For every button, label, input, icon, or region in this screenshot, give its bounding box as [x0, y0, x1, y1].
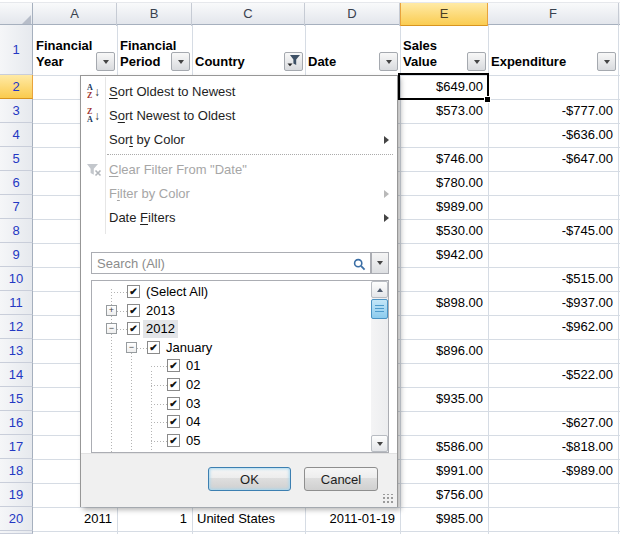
cell-F5[interactable]: -$647.00	[488, 147, 618, 171]
cell-E8[interactable]: $530.00	[400, 219, 488, 243]
menu-item-sort-by-color[interactable]: Sort by Color	[81, 128, 397, 152]
filter-button-C[interactable]	[284, 52, 303, 71]
cell-E15[interactable]: $935.00	[400, 387, 488, 411]
checkbox-05[interactable]: ✔	[167, 434, 180, 447]
filter-button-B[interactable]	[171, 52, 190, 71]
select-all-corner[interactable]	[0, 3, 33, 25]
tree-item-clipped[interactable]: ✔	[92, 450, 371, 452]
cell-E13[interactable]: $896.00	[400, 339, 488, 363]
cell-F3[interactable]: -$777.00	[488, 99, 618, 123]
tree-item-04[interactable]: ✔04	[92, 413, 371, 431]
cell-C20[interactable]: United States	[192, 507, 305, 531]
cell-F11[interactable]: -$937.00	[488, 291, 618, 315]
checkbox-03[interactable]: ✔	[167, 397, 180, 410]
checkbox-02[interactable]: ✔	[167, 378, 180, 391]
row-header-6[interactable]: 6	[0, 171, 33, 195]
cell-E5[interactable]: $746.00	[400, 147, 488, 171]
cell-E11[interactable]: $898.00	[400, 291, 488, 315]
header-cell-financial-year[interactable]: Financial Year	[33, 25, 117, 75]
header-cell-expenditure[interactable]: Expenditure	[488, 25, 618, 75]
row-header-14[interactable]: 14	[0, 363, 33, 387]
checkbox-04[interactable]: ✔	[167, 415, 180, 428]
column-header-B[interactable]: B	[117, 3, 192, 26]
header-cell-country[interactable]: Country	[192, 25, 305, 75]
row-header-1[interactable]: 1	[0, 25, 33, 75]
search-input[interactable]	[92, 253, 370, 273]
scrollbar-up-button[interactable]	[371, 281, 388, 298]
row-header-8[interactable]: 8	[0, 219, 33, 243]
tree-scrollbar[interactable]	[371, 281, 388, 452]
cell-F10[interactable]: -$515.00	[488, 267, 618, 291]
checkbox-2013[interactable]: ✔	[127, 304, 140, 317]
cell-F12[interactable]: -$962.00	[488, 315, 618, 339]
filter-button-E[interactable]	[467, 52, 486, 71]
column-header-C[interactable]: C	[192, 3, 305, 26]
tree-item-05[interactable]: ✔05	[92, 432, 371, 450]
cell-F4[interactable]: -$636.00	[488, 123, 618, 147]
row-header-19[interactable]: 19	[0, 483, 33, 507]
ok-button[interactable]: OK	[208, 467, 291, 491]
row-header-17[interactable]: 17	[0, 435, 33, 459]
filter-button-F[interactable]	[597, 52, 616, 71]
checkbox-select-all[interactable]: ✔	[127, 285, 140, 298]
row-header-2[interactable]: 2	[0, 75, 33, 99]
cell-F14[interactable]: -$522.00	[488, 363, 618, 387]
row-header-20[interactable]: 20	[0, 507, 33, 531]
search-dropdown-button[interactable]	[371, 252, 389, 274]
row-header-3[interactable]: 3	[0, 99, 33, 123]
cell-E17[interactable]: $586.00	[400, 435, 488, 459]
cell-F8[interactable]: -$745.00	[488, 219, 618, 243]
tree-item-01[interactable]: ✔01	[92, 357, 371, 375]
cell-E19[interactable]: $756.00	[400, 483, 488, 507]
cell-E20[interactable]: $985.00	[400, 507, 488, 531]
filter-button-D[interactable]	[379, 52, 398, 71]
row-header-5[interactable]: 5	[0, 147, 33, 171]
checkbox-01[interactable]: ✔	[167, 359, 180, 372]
cell-B20[interactable]: 1	[117, 507, 192, 531]
fill-handle[interactable]	[484, 96, 491, 103]
menu-item-sort-oldest-to-newest[interactable]: AZ↓Sort Oldest to Newest	[81, 80, 397, 104]
cell-E6[interactable]: $780.00	[400, 171, 488, 195]
column-header-F[interactable]: F	[488, 3, 619, 26]
cell-F16[interactable]: -$627.00	[488, 411, 618, 435]
cell-E18[interactable]: $991.00	[400, 459, 488, 483]
tree-item-january[interactable]: −✔January	[92, 339, 371, 357]
row-header-4[interactable]: 4	[0, 123, 33, 147]
resize-grip[interactable]	[382, 494, 394, 504]
cell-E9[interactable]: $942.00	[400, 243, 488, 267]
filter-button-A[interactable]	[96, 52, 115, 71]
tree-item-select-all[interactable]: ✔(Select All)	[92, 283, 371, 301]
cell-D20[interactable]: 2011-01-19	[305, 507, 400, 531]
row-header-10[interactable]: 10	[0, 267, 33, 291]
cell-F17[interactable]: -$818.00	[488, 435, 618, 459]
row-header-18[interactable]: 18	[0, 459, 33, 483]
cell-F18[interactable]: -$989.00	[488, 459, 618, 483]
tree-item-03[interactable]: ✔03	[92, 395, 371, 413]
tree-item-2013[interactable]: +✔2013	[92, 302, 371, 320]
checkbox-january[interactable]: ✔	[147, 341, 160, 354]
expander-2012[interactable]: −	[106, 323, 117, 334]
row-header-11[interactable]: 11	[0, 291, 33, 315]
expander-2013[interactable]: +	[106, 305, 117, 316]
tree-item-2012[interactable]: −✔2012	[92, 320, 371, 338]
checkbox-2012[interactable]: ✔	[127, 322, 140, 335]
menu-item-date-filters[interactable]: Date Filters	[81, 206, 397, 230]
scrollbar-down-button[interactable]	[371, 435, 388, 452]
column-header-A[interactable]: A	[33, 3, 117, 26]
header-cell-date[interactable]: Date	[305, 25, 400, 75]
column-header-D[interactable]: D	[305, 3, 400, 26]
column-header-E[interactable]: E	[400, 3, 488, 26]
cancel-button[interactable]: Cancel	[304, 467, 378, 491]
expander-january[interactable]: −	[126, 342, 137, 353]
menu-item-sort-newest-to-oldest[interactable]: ZA↓Sort Newest to Oldest	[81, 104, 397, 128]
row-header-13[interactable]: 13	[0, 339, 33, 363]
row-header-9[interactable]: 9	[0, 243, 33, 267]
cell-E3[interactable]: $573.00	[400, 99, 488, 123]
row-header-15[interactable]: 15	[0, 387, 33, 411]
scrollbar-thumb[interactable]	[371, 299, 388, 319]
header-cell-sales-value[interactable]: Sales Value	[400, 25, 488, 75]
cell-E7[interactable]: $989.00	[400, 195, 488, 219]
tree-item-02[interactable]: ✔02	[92, 376, 371, 394]
row-header-7[interactable]: 7	[0, 195, 33, 219]
row-header-12[interactable]: 12	[0, 315, 33, 339]
